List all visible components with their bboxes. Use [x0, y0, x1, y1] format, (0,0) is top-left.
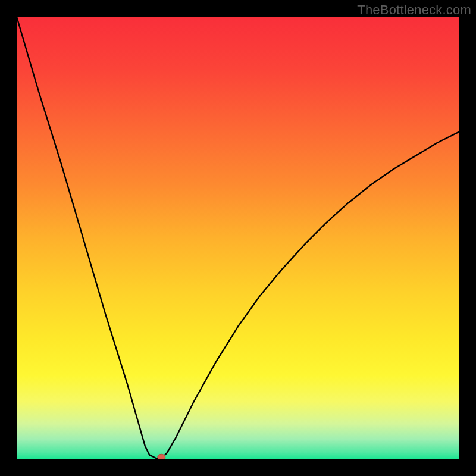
watermark-text: TheBottleneck.com	[357, 2, 471, 18]
bottleneck-chart	[0, 0, 476, 476]
chart-stage: TheBottleneck.com	[0, 0, 476, 476]
optimum-marker	[158, 454, 165, 460]
